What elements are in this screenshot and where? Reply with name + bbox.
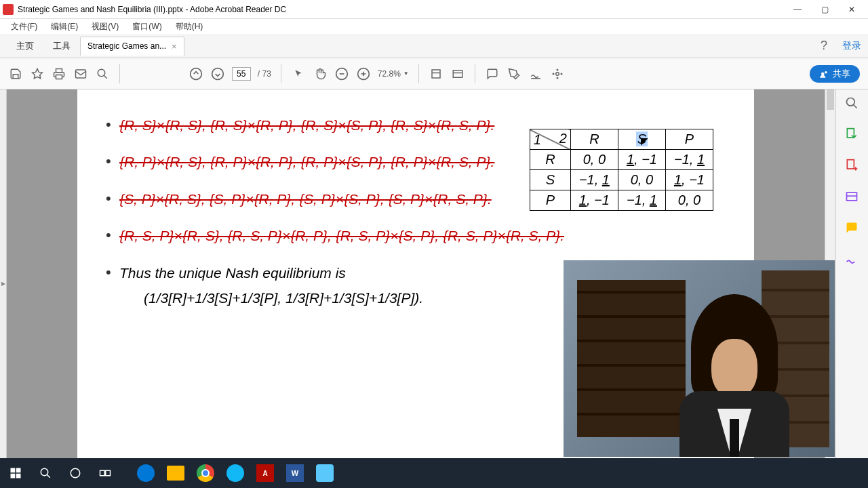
acrobat-taskbar-icon[interactable]: A [252, 460, 278, 486]
svg-point-39 [71, 468, 80, 478]
word-icon[interactable]: W [282, 460, 308, 486]
svg-rect-13 [432, 70, 440, 78]
svg-rect-1 [56, 75, 62, 79]
svg-point-37 [41, 468, 48, 476]
table-cell: 1, −1 [570, 190, 618, 211]
svg-marker-0 [33, 68, 43, 78]
windows-taskbar: A W [0, 458, 868, 488]
table-corner: 12 [530, 129, 570, 150]
create-pdf-icon[interactable] [845, 159, 860, 174]
separator [475, 64, 475, 83]
search-panel-icon[interactable] [845, 96, 860, 111]
app-icon [3, 4, 14, 15]
menu-edit[interactable]: 编辑(E) [44, 20, 85, 34]
menu-file[interactable]: 文件(F) [4, 20, 44, 34]
start-button[interactable] [3, 460, 28, 486]
struck-text: {S, P}×{R, S}, {S, P}×{R, P}, {S, P}×{S,… [119, 191, 492, 207]
search-icon[interactable] [95, 66, 110, 81]
svg-point-4 [98, 69, 105, 77]
window-titlebar: Strategic Games and Nash Equilibria (III… [0, 0, 868, 19]
minimize-button[interactable]: — [784, 0, 811, 19]
menu-bar: 文件(F) 编辑(E) 视图(V) 窗口(W) 帮助(H) [0, 19, 868, 34]
svg-point-19 [557, 69, 558, 70]
comment-panel-icon[interactable] [845, 221, 860, 236]
table-cell: −1, 1 [570, 170, 618, 190]
table-cell: −1, 1 [665, 150, 713, 170]
menu-view[interactable]: 视图(V) [85, 20, 125, 34]
sidebar-toggle[interactable]: ▶ [0, 89, 7, 477]
hand-icon[interactable] [313, 66, 328, 81]
comment-icon[interactable] [485, 66, 500, 81]
table-cell: 0, 0 [665, 190, 713, 211]
close-button[interactable]: ✕ [838, 0, 865, 19]
table-cell: 1, −1 [665, 170, 713, 190]
zoom-level-label: 72.8% [378, 69, 401, 79]
search-taskbar-icon[interactable] [33, 460, 58, 486]
svg-point-6 [190, 68, 201, 79]
window-title: Strategic Games and Nash Equilibria (III… [18, 5, 784, 14]
chrome-icon[interactable] [193, 460, 218, 486]
print-icon[interactable] [52, 66, 66, 81]
help-icon[interactable]: ? [816, 39, 831, 54]
page-number-input[interactable] [232, 67, 251, 81]
list-item: {R, S, P}×{R, S}, {R, S, P}×{R, P}, {R, … [104, 226, 727, 246]
cortana-icon[interactable] [62, 460, 88, 486]
scrollbar-thumb[interactable] [827, 89, 834, 110]
misc-app-icon[interactable] [312, 460, 338, 486]
tab-bar: 主页 工具 Strategic Games an... × ? 登录 [0, 34, 868, 58]
pointer-icon[interactable] [291, 66, 306, 81]
edge-icon[interactable] [133, 460, 159, 486]
svg-rect-41 [106, 470, 111, 476]
tab-tools[interactable]: 工具 [43, 36, 80, 56]
svg-point-18 [556, 72, 559, 75]
file-explorer-icon[interactable] [163, 460, 189, 486]
qq-browser-icon[interactable] [222, 460, 248, 486]
menu-window[interactable]: 窗口(W) [125, 20, 168, 34]
read-mode-icon[interactable] [450, 66, 465, 81]
zoom-in-icon[interactable] [356, 66, 371, 81]
table-cell: 1, −1 [618, 150, 665, 170]
row-header-P: P [530, 190, 570, 211]
star-icon[interactable] [30, 66, 45, 81]
svg-line-5 [104, 75, 107, 79]
svg-point-23 [821, 72, 825, 75]
tab-close-icon[interactable]: × [172, 41, 177, 52]
page-down-icon[interactable] [210, 66, 225, 81]
document-tab[interactable]: Strategic Games an... × [80, 37, 184, 56]
svg-point-21 [553, 73, 554, 75]
sign-icon[interactable] [528, 66, 543, 81]
nash-intro-text: Thus the unique Nash equilibrium is [119, 265, 346, 281]
maximize-button[interactable]: ▢ [811, 0, 838, 19]
taskview-icon[interactable] [92, 460, 118, 486]
toolbar: / 73 72.8%▼ 共享 [0, 58, 868, 89]
svg-point-25 [846, 98, 854, 106]
fill-sign-icon[interactable] [845, 252, 860, 267]
zoom-level-dropdown[interactable]: 72.8%▼ [378, 69, 409, 79]
svg-line-26 [853, 105, 856, 108]
tab-home[interactable]: 主页 [7, 36, 43, 56]
highlight-icon[interactable] [507, 66, 521, 81]
svg-rect-2 [56, 68, 62, 72]
struck-text: {R, S}×{R, S}, {R, S}×{R, P}, {R, S}×{S,… [119, 117, 494, 133]
page-up-icon[interactable] [189, 66, 203, 81]
svg-rect-15 [453, 70, 462, 77]
svg-point-22 [561, 73, 562, 75]
col-header-S: S [618, 129, 665, 150]
col-header-P: P [665, 129, 713, 150]
svg-rect-28 [847, 160, 854, 169]
share-button[interactable]: 共享 [810, 65, 860, 83]
more-tools-icon[interactable] [550, 66, 565, 81]
login-button[interactable]: 登录 [842, 40, 861, 52]
page-total-label: / 73 [258, 69, 271, 79]
svg-rect-33 [11, 468, 16, 473]
separator [281, 64, 281, 83]
save-icon[interactable] [8, 66, 23, 81]
email-icon[interactable] [73, 66, 88, 81]
export-pdf-icon[interactable] [845, 127, 860, 142]
menu-help[interactable]: 帮助(H) [169, 20, 210, 34]
svg-rect-40 [100, 470, 105, 476]
zoom-out-icon[interactable] [334, 66, 349, 81]
svg-rect-34 [16, 468, 21, 473]
fit-width-icon[interactable] [429, 66, 443, 81]
edit-pdf-icon[interactable] [845, 190, 860, 205]
